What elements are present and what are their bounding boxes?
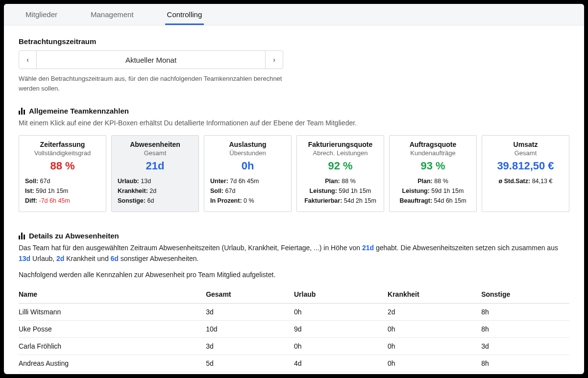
cell-krankheit: 0h — [388, 338, 481, 355]
col-name: Name — [19, 286, 206, 304]
cell-krankheit: 0h — [388, 355, 481, 372]
kpi-line-val: 67d — [225, 188, 236, 194]
details-heading: Details zu Abwesenheiten — [19, 232, 569, 240]
kpi-zeiterfassung[interactable]: Zeiterfassung Vollständigkeitsgrad 88 % … — [19, 135, 106, 212]
tab-management[interactable]: Management — [89, 4, 136, 25]
kpi-line-val: 67d — [40, 178, 50, 185]
cell-name: Carla Fröhlich — [19, 338, 206, 355]
kpi-section-desc: Mit einem Klick auf eine der KPI-Boxen e… — [19, 118, 569, 128]
text: sonstiger Abwesenheiten. — [119, 255, 198, 262]
kpi-line-key: Urlaub: — [118, 178, 139, 185]
period-next-button[interactable]: › — [265, 51, 283, 69]
kpi-value: 92 % — [303, 160, 378, 172]
cell-name: Lilli Witsmann — [19, 304, 206, 321]
cell-gesamt: 5d — [206, 355, 294, 372]
kpi-subtitle: Abrech. Leistungen — [303, 149, 378, 157]
details-paragraph-1: Das Team hat für den ausgewählten Zeitra… — [19, 243, 569, 264]
cell-krankheit: 0h — [388, 321, 481, 338]
kpi-auftragsquote[interactable]: Auftragsquote Kundenaufträge 93 % Plan: … — [389, 135, 477, 212]
kpi-fakturierungsquote[interactable]: Fakturierungsquote Abrech. Leistungen 92… — [296, 135, 384, 212]
kpi-line-key: Diff: — [25, 197, 37, 204]
kpi-subtitle: Gesamt — [118, 149, 193, 157]
text: Das Team hat für den ausgewählten Zeitra… — [19, 244, 362, 252]
kpi-line-key: Plan: — [417, 178, 433, 185]
kpi-value: 39.812,50 € — [488, 160, 563, 172]
period-help: Wähle den Betrachtungszeitraum aus, für … — [19, 74, 293, 93]
highlight-value: 6d — [111, 255, 119, 262]
kpi-umsatz[interactable]: Umsatz Gesamt 39.812,50 € ø Std.Satz: 84… — [482, 135, 569, 212]
kpi-line-key: Ist: — [25, 188, 34, 194]
period-value[interactable]: Aktueller Monat — [37, 51, 265, 69]
text: Urlaub, — [30, 255, 56, 262]
kpi-line-key: Fakturierbar: — [304, 197, 342, 204]
cell-sonstige: 8h — [481, 304, 569, 321]
kpi-line-key: Soll: — [25, 178, 38, 185]
kpi-value: 0h — [210, 160, 285, 172]
kpi-line-key: Krankheit: — [118, 188, 148, 194]
text: gehabt. Die Abwesenheitszeiten setzen si… — [374, 244, 558, 252]
kpi-value: 93 % — [395, 160, 470, 172]
kpi-row: Zeiterfassung Vollständigkeitsgrad 88 % … — [19, 135, 569, 212]
cell-sonstige: 3d — [481, 338, 569, 355]
highlight-value: 13d — [19, 255, 30, 262]
kpi-line-val: 2d — [149, 188, 156, 194]
bar-chart-icon — [19, 108, 25, 115]
kpi-section-title: Allgemeine Teamkennzahlen — [29, 107, 129, 115]
kpi-title: Umsatz — [488, 141, 563, 148]
cell-gesamt: 3d — [206, 304, 294, 321]
table-row: Carla Fröhlich3d0h0h3d — [19, 338, 569, 355]
kpi-line-key: Leistung: — [402, 188, 430, 194]
kpi-section-heading: Allgemeine Teamkennzahlen — [19, 107, 569, 115]
kpi-line-key: In Prozent: — [210, 197, 242, 204]
kpi-line-key: ø Std.Satz: — [499, 178, 531, 185]
kpi-title: Zeiterfassung — [25, 141, 100, 148]
cell-gesamt: 3d — [206, 338, 294, 355]
kpi-value: 88 % — [25, 160, 100, 172]
kpi-line-key: Soll: — [210, 188, 223, 194]
highlight-value: 2d — [56, 255, 64, 262]
kpi-line-key: Beauftragt: — [399, 197, 432, 204]
kpi-line-val: 84,13 € — [532, 178, 553, 185]
text: Krankheit und — [64, 255, 110, 262]
kpi-line-val: 59d 1h 15m — [339, 188, 371, 194]
period-picker: ‹ Aktueller Monat › — [19, 50, 283, 69]
cell-name: Andreas Austing — [19, 355, 206, 372]
tab-members[interactable]: Mitglieder — [24, 4, 59, 25]
period-prev-button[interactable]: ‹ — [19, 51, 37, 69]
cell-urlaub: 9d — [294, 321, 388, 338]
cell-sonstige: 8h — [481, 355, 569, 372]
tab-controlling[interactable]: Controlling — [165, 4, 204, 25]
cell-gesamt: 10d — [206, 321, 294, 338]
kpi-title: Auslastung — [210, 141, 285, 148]
kpi-line-val: 88 % — [342, 178, 356, 185]
kpi-line-key: Sonstige: — [118, 197, 146, 204]
details-title: Details zu Abwesenheiten — [29, 232, 119, 240]
kpi-line-key: Unter: — [210, 178, 228, 185]
kpi-auslastung[interactable]: Auslastung Überstunden 0h Unter: 7d 6h 4… — [204, 135, 292, 212]
kpi-subtitle: Gesamt — [488, 149, 563, 157]
cell-sonstige: 8h — [481, 321, 569, 338]
cell-urlaub: 0h — [294, 304, 388, 321]
chevron-left-icon: ‹ — [26, 56, 29, 64]
kpi-line-val: 13d — [141, 178, 151, 185]
kpi-line-val: 88 % — [434, 178, 448, 185]
kpi-subtitle: Überstunden — [210, 149, 285, 157]
kpi-line-val: 54d 6h 15m — [434, 197, 466, 204]
kpi-value: 21d — [118, 160, 193, 172]
bar-chart-icon — [19, 233, 25, 239]
kpi-title: Auftragsquote — [395, 141, 470, 148]
col-urlaub: Urlaub — [294, 286, 388, 304]
cell-urlaub: 4d — [294, 355, 388, 372]
kpi-line-val: 6d — [147, 197, 154, 204]
kpi-line-val: 54d 2h 15m — [344, 197, 376, 204]
kpi-abwesenheiten[interactable]: Abwesenheiten Gesamt 21d Urlaub: 13d Kra… — [111, 135, 199, 212]
kpi-line-val: 59d 1h 15m — [36, 188, 68, 194]
details-paragraph-2: Nachfolgend werden alle Kennzahlen zur A… — [19, 270, 569, 281]
col-krankheit: Krankheit — [388, 286, 481, 304]
absence-table: Name Gesamt Urlaub Krankheit Sonstige Li… — [19, 286, 569, 372]
kpi-subtitle: Kundenaufträge — [395, 149, 470, 157]
kpi-line-val: -7d 6h 45m — [39, 197, 70, 204]
kpi-line-key: Leistung: — [310, 188, 337, 194]
kpi-title: Fakturierungsquote — [303, 141, 378, 148]
highlight-value: 21d — [362, 244, 374, 252]
